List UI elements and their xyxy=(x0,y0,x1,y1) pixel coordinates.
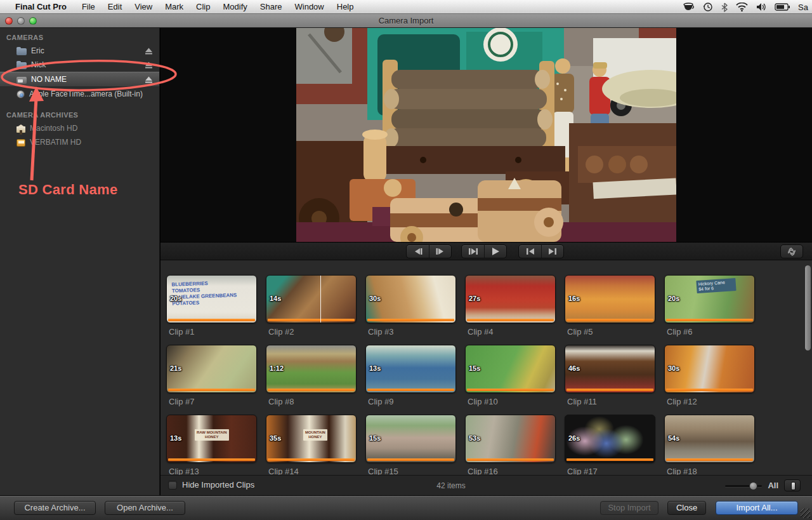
clip-cell: 54s Clip #18 xyxy=(664,415,755,475)
eject-icon[interactable] xyxy=(145,60,153,69)
clip-label: Clip #2 xyxy=(266,327,357,337)
loop-playback-button[interactable] xyxy=(780,244,803,258)
clip-duration-badge: 20s xyxy=(668,295,679,302)
time-machine-icon[interactable] xyxy=(703,2,713,12)
thumbnail-zoom-slider[interactable] xyxy=(725,481,762,490)
video-preview[interactable] xyxy=(296,28,676,242)
clip-thumbnail-1[interactable]: BLUEBERRIES TOMATOES BLUELAKE GREENBEANS… xyxy=(166,275,257,323)
folder-icon xyxy=(16,62,27,69)
device-sidebar: CAMERAS Eric Nick NO NAME Apple FaceTime… xyxy=(0,28,160,495)
volume-icon[interactable] xyxy=(756,3,766,11)
bluetooth-icon[interactable] xyxy=(721,3,728,12)
clip-thumbnail-16[interactable]: 53s xyxy=(465,415,556,463)
stop-import-button[interactable]: Stop Import xyxy=(600,501,658,515)
menu-modify[interactable]: Modify xyxy=(217,0,254,14)
clip-thumbnail-12[interactable]: 30s xyxy=(664,345,755,393)
slider-knob[interactable] xyxy=(749,482,757,490)
clip-thumbnail-5[interactable]: 16s xyxy=(565,275,655,323)
clip-thumbnail-7[interactable]: 21s xyxy=(166,345,257,393)
previous-clip-button[interactable] xyxy=(519,245,541,258)
eject-icon[interactable] xyxy=(145,46,153,55)
menu-mark[interactable]: Mark xyxy=(159,0,190,14)
clip-label: Clip #13 xyxy=(166,467,257,475)
menu-view[interactable]: View xyxy=(128,0,159,14)
clip-thumbnail-15[interactable]: 15s xyxy=(365,415,456,463)
clip-cell: 15s Clip #10 xyxy=(465,345,556,406)
clip-thumbnail-17[interactable]: 26s xyxy=(565,415,655,463)
clip-thumbnail-11[interactable]: 46s xyxy=(565,345,655,393)
menu-edit[interactable]: Edit xyxy=(102,0,128,14)
clip-label: Clip #7 xyxy=(166,397,257,406)
clip-duration-badge: 53s xyxy=(469,434,480,442)
screen: Final Cut Pro File Edit View Mark Clip M… xyxy=(0,0,812,520)
sidebar-item-verbatim-hd[interactable]: VERBATIM HD xyxy=(0,135,159,149)
clip-duration-badge: 1:12 xyxy=(270,364,284,372)
clip-thumbnail-8[interactable]: 1:12 xyxy=(266,345,357,393)
clip-cell: 26s Clip #17 xyxy=(565,415,655,475)
menu-clip[interactable]: Clip xyxy=(190,0,216,14)
sidebar-item-macintosh-hd[interactable]: Macintosh HD xyxy=(0,121,159,135)
clip-duration-badge: 35s xyxy=(270,434,281,442)
video-frame-wooden-toys xyxy=(296,28,676,242)
clip-thumbnail-13[interactable]: RAW MOUNTAIN HONEY 13s xyxy=(166,415,257,463)
clip-cell: 46s Clip #11 xyxy=(565,345,655,406)
skimmer-playhead xyxy=(320,276,321,323)
clip-thumbnail-6[interactable]: Hickory Cane $4 for 6 20s xyxy=(664,275,755,323)
import-all-button[interactable]: Import All... xyxy=(716,501,798,515)
clip-thumbnail-3[interactable]: 30s xyxy=(365,275,456,323)
items-count: 42 items xyxy=(426,481,476,490)
sd-card-icon xyxy=(16,77,27,84)
wifi-icon[interactable] xyxy=(736,3,748,11)
sidebar-item-eric[interactable]: Eric xyxy=(0,44,159,58)
clip-label: Clip #15 xyxy=(365,467,456,475)
clip-appearance-button[interactable] xyxy=(784,479,801,491)
clip-duration-badge: 46s xyxy=(568,364,580,372)
caffeine-icon[interactable] xyxy=(683,3,695,11)
hide-imported-label: Hide Imported Clips xyxy=(182,480,254,490)
frame-back-button[interactable] xyxy=(407,245,429,258)
window-resize-grip[interactable] xyxy=(801,509,810,518)
eject-icon[interactable] xyxy=(145,75,153,83)
frame-forward-button[interactable] xyxy=(429,245,451,258)
folder-icon xyxy=(16,48,27,55)
clip-label: Clip #14 xyxy=(266,467,357,475)
clip-cell: 14s Clip #2 xyxy=(266,275,357,337)
play-from-start-button[interactable] xyxy=(462,245,484,258)
next-clip-button[interactable] xyxy=(541,245,563,258)
browser-scrollbar-thumb[interactable] xyxy=(805,265,811,350)
clip-cell: Hickory Cane $4 for 6 20s Clip #6 xyxy=(664,275,755,337)
clip-thumbnail-14[interactable]: MOUNTAIN HONEY 35s xyxy=(266,415,357,463)
clip-cell: 30s Clip #3 xyxy=(365,275,456,337)
archive-label: VERBATIM HD xyxy=(30,138,81,147)
menu-help[interactable]: Help xyxy=(331,0,360,14)
close-button[interactable]: Close xyxy=(667,501,706,515)
menu-file[interactable]: File xyxy=(75,0,102,14)
clip-duration-badge: 14s xyxy=(270,295,281,302)
clip-duration-badge: 54s xyxy=(668,434,679,442)
window-title-bar[interactable]: Camera Import xyxy=(0,14,812,28)
menu-clock[interactable]: Sa xyxy=(798,3,812,12)
menu-final-cut-pro[interactable]: Final Cut Pro xyxy=(9,0,75,14)
clip-thumbnail-9[interactable]: 13s xyxy=(365,345,456,393)
transport-bar xyxy=(160,242,812,260)
clip-label: Clip #6 xyxy=(664,327,755,337)
menu-window[interactable]: Window xyxy=(289,0,331,14)
sidebar-item-nick[interactable]: Nick xyxy=(0,58,159,72)
clip-thumbnail-10[interactable]: 15s xyxy=(465,345,556,393)
clip-label: Clip #3 xyxy=(365,327,456,337)
hide-imported-checkbox[interactable] xyxy=(168,481,177,490)
sidebar-item-facetime-camera[interactable]: Apple FaceTime...amera (Built-in) xyxy=(0,87,159,101)
play-button[interactable] xyxy=(484,245,506,258)
clip-thumbnail-18[interactable]: 54s xyxy=(664,415,755,463)
camera-label: Eric xyxy=(31,46,44,55)
sidebar-item-no-name[interactable]: NO NAME xyxy=(0,72,159,87)
open-archive-button[interactable]: Open Archive... xyxy=(105,501,185,515)
clip-thumbnail-2[interactable]: 14s xyxy=(266,275,357,323)
clip-thumbnail-4[interactable]: 27s xyxy=(465,275,556,323)
clip-duration-badge: 21s xyxy=(170,364,181,372)
clip-duration-badge: 27s xyxy=(469,295,480,302)
menu-share[interactable]: Share xyxy=(254,0,289,14)
battery-icon[interactable] xyxy=(775,3,790,11)
clip-cell: 21s Clip #7 xyxy=(166,345,257,406)
create-archive-button[interactable]: Create Archive... xyxy=(14,501,96,515)
